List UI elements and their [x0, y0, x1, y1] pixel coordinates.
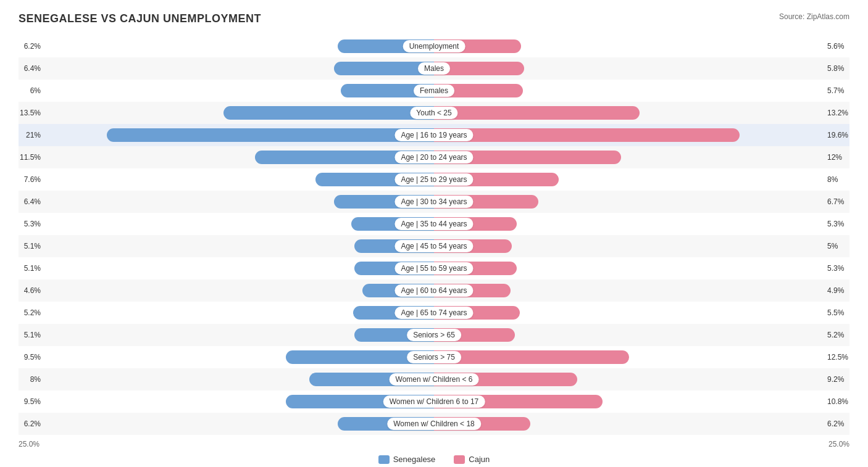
left-section: 6% — [19, 80, 434, 102]
left-section: 6.4% — [19, 57, 434, 80]
blue-bar — [286, 350, 434, 364]
bar-row: 6.4%6.7%Age | 30 to 34 years — [19, 191, 849, 213]
pink-bar-wrap — [434, 195, 824, 209]
chart-header: SENEGALESE VS CAJUN UNEMPLOYMENT Source:… — [19, 12, 849, 25]
bar-row: 11.5%12%Age | 20 to 24 years — [19, 146, 849, 168]
right-section: 19.6% — [434, 124, 849, 146]
pink-bar — [434, 284, 511, 297]
senegalese-color-box — [378, 455, 390, 464]
pink-bar — [434, 128, 740, 142]
blue-bar — [351, 217, 434, 231]
chart-container: SENEGALESE VS CAJUN UNEMPLOYMENT Source:… — [0, 0, 868, 467]
left-section: 6.2% — [19, 35, 434, 57]
pink-bar — [434, 84, 523, 97]
blue-bar — [354, 239, 434, 253]
bar-row: 5.2%5.5%Age | 65 to 74 years — [19, 302, 849, 324]
row-content: 9.5%12.5%Seniors > 75 — [19, 346, 849, 368]
pink-bar-wrap — [434, 328, 824, 342]
blue-bar-wrap — [44, 128, 434, 142]
left-value: 7.6% — [19, 175, 41, 184]
cajun-color-box — [454, 455, 465, 464]
right-value: 5.7% — [827, 86, 849, 95]
pink-bar-wrap — [434, 395, 824, 408]
bar-row: 4.6%4.9%Age | 60 to 64 years — [19, 279, 849, 302]
blue-bar — [338, 417, 434, 431]
left-section: 5.3% — [19, 213, 434, 235]
right-value: 5.3% — [827, 220, 849, 228]
right-value: 6.2% — [827, 419, 849, 428]
left-section: 9.5% — [19, 391, 434, 413]
left-section: 5.2% — [19, 302, 434, 324]
bar-row: 6.4%5.8%Males — [19, 57, 849, 80]
right-section: 5.7% — [434, 80, 849, 102]
row-content: 6.2%5.6%Unemployment — [19, 35, 849, 57]
axis-right-label: 25.0% — [828, 440, 849, 448]
blue-bar-wrap — [44, 417, 434, 431]
left-value: 13.5% — [19, 109, 41, 117]
right-value: 5% — [827, 242, 849, 250]
blue-bar-wrap — [44, 173, 434, 186]
pink-bar — [434, 262, 517, 275]
bar-row: 5.3%5.3%Age | 35 to 44 years — [19, 213, 849, 235]
pink-bar — [434, 239, 512, 253]
right-section: 5% — [434, 235, 849, 257]
bar-row: 5.1%5.3%Age | 55 to 59 years — [19, 257, 849, 279]
blue-bar-wrap — [44, 350, 434, 364]
row-content: 4.6%4.9%Age | 60 to 64 years — [19, 279, 849, 302]
row-content: 6%5.7%Females — [19, 80, 849, 102]
blue-bar-wrap — [44, 217, 434, 231]
right-section: 5.2% — [434, 324, 849, 346]
blue-bar-wrap — [44, 84, 434, 97]
left-value: 9.5% — [19, 397, 41, 406]
blue-bar — [309, 373, 434, 386]
pink-bar — [434, 217, 517, 231]
blue-bar — [354, 262, 434, 275]
left-value: 8% — [19, 375, 41, 384]
left-value: 6.4% — [19, 197, 41, 206]
row-content: 6.4%5.8%Males — [19, 57, 849, 80]
right-value: 5.3% — [827, 264, 849, 273]
left-value: 5.1% — [19, 264, 41, 273]
pink-bar — [434, 106, 640, 120]
pink-bar — [434, 350, 629, 364]
left-value: 21% — [19, 131, 41, 139]
row-content: 5.1%5.3%Age | 55 to 59 years — [19, 257, 849, 279]
blue-bar — [341, 84, 434, 97]
pink-bar-wrap — [434, 284, 824, 297]
pink-bar-wrap — [434, 217, 824, 231]
chart-area: 6.2%5.6%Unemployment6.4%5.8%Males6%5.7%F… — [19, 35, 849, 435]
row-content: 21%19.6%Age | 16 to 19 years — [19, 124, 849, 146]
chart-title: SENEGALESE VS CAJUN UNEMPLOYMENT — [19, 12, 261, 25]
right-value: 9.2% — [827, 375, 849, 384]
blue-bar-wrap — [44, 328, 434, 342]
right-value: 13.2% — [827, 109, 849, 117]
blue-bar — [334, 62, 434, 75]
left-value: 9.5% — [19, 353, 41, 362]
legend: Senegalese Cajun — [19, 455, 849, 464]
right-value: 12.5% — [827, 353, 849, 362]
axis-left-label: 25.0% — [19, 440, 40, 448]
blue-bar — [354, 328, 434, 342]
pink-bar — [434, 39, 521, 53]
row-content: 5.1%5%Age | 45 to 54 years — [19, 235, 849, 257]
left-section: 11.5% — [19, 146, 434, 168]
row-content: 5.1%5.2%Seniors > 65 — [19, 324, 849, 346]
blue-bar-wrap — [44, 306, 434, 320]
right-value: 19.6% — [827, 131, 849, 139]
blue-bar — [223, 106, 434, 120]
pink-bar — [434, 395, 603, 408]
left-value: 4.6% — [19, 286, 41, 295]
right-value: 10.8% — [827, 397, 849, 406]
bar-row: 8%9.2%Women w/ Children < 6 — [19, 368, 849, 391]
right-value: 5.8% — [827, 64, 849, 73]
blue-bar — [315, 173, 434, 186]
row-content: 6.2%6.2%Women w/ Children < 18 — [19, 413, 849, 435]
bar-row: 5.1%5%Age | 45 to 54 years — [19, 235, 849, 257]
blue-bar-wrap — [44, 62, 434, 75]
left-section: 7.6% — [19, 168, 434, 191]
right-section: 9.2% — [434, 368, 849, 391]
pink-bar-wrap — [434, 62, 824, 75]
blue-bar — [338, 39, 434, 53]
pink-bar — [434, 62, 524, 75]
left-section: 6.4% — [19, 191, 434, 213]
